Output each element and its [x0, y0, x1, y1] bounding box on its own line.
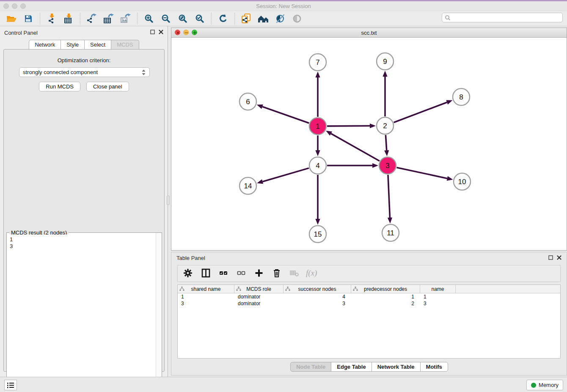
open-session-button[interactable]: [4, 12, 19, 25]
float-table-panel-icon[interactable]: [548, 255, 553, 260]
zoom-out-icon: [161, 14, 171, 23]
search-input[interactable]: [451, 13, 562, 22]
close-panel-button[interactable]: Close panel: [86, 82, 129, 91]
task-history-button[interactable]: [4, 380, 17, 390]
graph-edge-3-1[interactable]: [326, 131, 380, 161]
graph-edge-3-11[interactable]: [388, 175, 392, 224]
import-network-button[interactable]: [44, 12, 59, 25]
graph-node-1[interactable]: 1: [309, 118, 326, 135]
table-row[interactable]: 1dominator411: [178, 293, 560, 300]
tab-node-table[interactable]: Node Table: [290, 362, 331, 372]
gear-icon: [183, 268, 193, 279]
graph-edge-3-10[interactable]: [397, 168, 453, 181]
fit-content-button[interactable]: [176, 12, 190, 25]
table-row[interactable]: 3dominator323: [178, 300, 560, 307]
save-icon: [24, 14, 33, 23]
zoom-out-button[interactable]: [159, 12, 173, 25]
svg-text:7: 7: [316, 58, 319, 66]
tab-select[interactable]: Select: [84, 40, 111, 49]
graph-node-8[interactable]: 8: [453, 88, 470, 105]
optimization-criterion-select[interactable]: strongly connected component: [19, 67, 150, 77]
graph-node-2[interactable]: 2: [377, 117, 394, 134]
show-style-button[interactable]: [273, 12, 287, 25]
mcds-result-item[interactable]: 3: [10, 243, 153, 250]
delete-column-button[interactable]: [271, 268, 283, 279]
table-options-button[interactable]: [182, 268, 194, 279]
graph-edge-2-9[interactable]: [383, 71, 387, 116]
column-header-name[interactable]: name: [420, 285, 456, 293]
clone-network-button[interactable]: [239, 12, 253, 25]
export-image-button[interactable]: [118, 12, 133, 25]
tab-style[interactable]: Style: [61, 40, 85, 49]
table-cell[interactable]: 3: [284, 301, 351, 306]
table-cell[interactable]: 4: [284, 294, 351, 300]
graph-edge-4-14[interactable]: [257, 168, 309, 184]
tab-mcds[interactable]: MCDS: [111, 40, 139, 49]
table-cell[interactable]: 3: [178, 301, 234, 306]
main-titlebar: Session: New Session: [0, 1, 567, 11]
first-neighbors-button[interactable]: [256, 12, 270, 25]
table-cell[interactable]: dominator: [234, 294, 284, 300]
table-cell[interactable]: 3: [420, 301, 456, 306]
graph-edge-1-7[interactable]: [315, 72, 320, 117]
node-table[interactable]: shared nameMCDS rolesuccessor nodesprede…: [177, 284, 561, 359]
close-table-panel-icon[interactable]: [557, 255, 561, 260]
column-header-successor-nodes[interactable]: successor nodes: [284, 285, 351, 293]
show-hide-button: [290, 12, 304, 25]
tab-edge-table[interactable]: Edge Table: [331, 362, 372, 372]
column-header-MCDS-role[interactable]: MCDS role: [234, 285, 284, 293]
graph-edge-1-2[interactable]: [327, 124, 376, 128]
graph-edge-2-3[interactable]: [384, 135, 389, 156]
table-cell[interactable]: 1: [178, 294, 234, 300]
table-panel: Table Panel f(x) shared nameMCDS rolesuc…: [171, 252, 567, 375]
memory-button[interactable]: Memory: [526, 380, 563, 390]
graph-edge-1-4[interactable]: [315, 135, 320, 156]
column-header-predecessor-nodes[interactable]: predecessor nodes: [351, 285, 420, 293]
save-session-button[interactable]: [21, 12, 36, 25]
graph-node-4[interactable]: 4: [309, 157, 326, 174]
tab-network[interactable]: Network: [29, 40, 61, 49]
table-cell[interactable]: dominator: [234, 301, 284, 306]
deselect-all-rows-button[interactable]: [235, 268, 247, 279]
panel-splitter-grip[interactable]: [167, 196, 170, 205]
refresh-view-button[interactable]: [216, 12, 230, 25]
network-titlebar[interactable]: scc.txt: [171, 28, 567, 38]
graph-node-3[interactable]: 3: [379, 157, 396, 174]
graph-edge-1-6[interactable]: [257, 105, 309, 123]
search-box[interactable]: [442, 13, 563, 22]
column-header-shared-name[interactable]: shared name: [178, 285, 234, 293]
add-column-button[interactable]: [253, 268, 265, 279]
table-cell[interactable]: 2: [351, 301, 420, 306]
export-image-icon: [120, 14, 131, 24]
graph-node-7[interactable]: 7: [309, 54, 326, 71]
export-table-button[interactable]: [102, 12, 116, 25]
network-canvas[interactable]: 7968124314101511: [171, 38, 567, 250]
close-panel-icon[interactable]: [159, 30, 163, 34]
select-all-rows-button[interactable]: [217, 268, 229, 279]
graph-edge-4-15[interactable]: [315, 175, 320, 225]
graph-node-11[interactable]: 11: [382, 224, 399, 241]
float-panel-icon[interactable]: [150, 30, 155, 34]
graph-node-9[interactable]: 9: [377, 53, 394, 70]
mcds-result-list[interactable]: 13: [7, 235, 155, 392]
select-all-icon: [219, 269, 228, 279]
table-cell[interactable]: 1: [420, 294, 456, 300]
zoom-in-button[interactable]: [142, 12, 156, 25]
graph-node-15[interactable]: 15: [309, 226, 326, 243]
result-scrollbar[interactable]: [156, 233, 162, 392]
graph-node-14[interactable]: 14: [239, 177, 256, 194]
run-mcds-button[interactable]: Run MCDS: [39, 82, 80, 91]
mcds-result-item[interactable]: 1: [10, 236, 153, 243]
tab-motifs[interactable]: Motifs: [420, 362, 448, 372]
show-columns-button[interactable]: [200, 268, 212, 279]
import-table-button[interactable]: [61, 12, 76, 25]
zoom-selected-button[interactable]: [193, 12, 207, 25]
export-network-button[interactable]: [85, 12, 99, 25]
control-panel-header: Control Panel: [0, 26, 168, 38]
graph-edge-2-8[interactable]: [394, 100, 453, 122]
tab-network-table[interactable]: Network Table: [372, 362, 421, 372]
graph-node-10[interactable]: 10: [454, 173, 471, 190]
graph-edge-4-3[interactable]: [327, 163, 378, 168]
table-cell[interactable]: 1: [351, 294, 420, 300]
graph-node-6[interactable]: 6: [239, 93, 256, 110]
